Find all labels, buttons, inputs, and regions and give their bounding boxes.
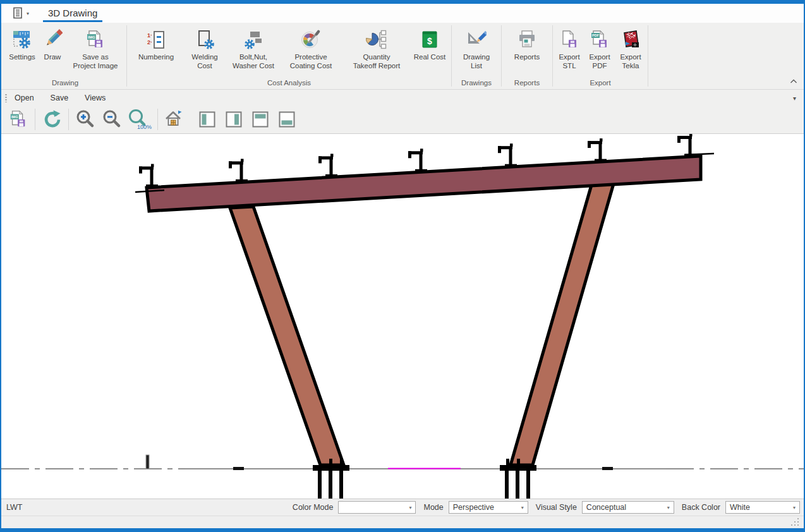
numbering-button[interactable]: 1· 2· Numbering bbox=[128, 26, 184, 61]
draw-button[interactable]: Draw bbox=[39, 26, 66, 61]
toolbar-area: Open Save Views ▾ IMG bbox=[1, 90, 804, 133]
export-tekla-button[interactable]: ExportTekla bbox=[615, 26, 646, 70]
toolbar-separator bbox=[157, 109, 158, 130]
back-color-field: Back Color White ▾ bbox=[682, 501, 800, 514]
document-menu-icon bbox=[11, 6, 25, 20]
toolbar-grip-handle[interactable] bbox=[5, 94, 7, 102]
menu-save[interactable]: Save bbox=[51, 94, 69, 102]
chevron-up-icon bbox=[790, 79, 797, 84]
welding-cost-button[interactable]: WeldingCost bbox=[184, 26, 226, 70]
refresh-view-button[interactable] bbox=[39, 107, 65, 131]
mode-select[interactable]: Perspective ▾ bbox=[449, 501, 528, 514]
ribbon-separator bbox=[552, 25, 553, 87]
back-color-label: Back Color bbox=[682, 503, 720, 512]
group-label-reports: Reports bbox=[503, 78, 551, 89]
reports-printer-icon bbox=[517, 27, 537, 52]
chevron-down-icon: ▾ bbox=[667, 505, 670, 511]
save-project-image-icon: IMG bbox=[8, 109, 28, 130]
toolbar-options-dropdown[interactable]: ▾ bbox=[793, 95, 796, 102]
ribbon-group-cost-analysis: 1· 2· Numbering bbox=[128, 23, 450, 89]
zoom-out-icon bbox=[102, 109, 122, 130]
zoom-out-button[interactable] bbox=[99, 107, 125, 131]
grid-tick-mark bbox=[146, 455, 149, 469]
purlin-cleat bbox=[588, 138, 607, 162]
menu-views[interactable]: Views bbox=[85, 94, 106, 102]
zoom-in-icon bbox=[75, 109, 95, 130]
svg-text:IMG: IMG bbox=[88, 35, 95, 39]
view-top-button[interactable] bbox=[247, 107, 274, 131]
view-left-icon bbox=[199, 111, 215, 128]
drawing-list-button[interactable]: DrawingList bbox=[453, 26, 500, 70]
back-color-select[interactable]: White ▾ bbox=[725, 501, 800, 514]
settings-button[interactable]: Settings bbox=[5, 26, 39, 61]
view-bottom-icon bbox=[279, 111, 295, 128]
chevron-down-icon: ▾ bbox=[27, 11, 29, 16]
window-border-bottom bbox=[0, 528, 805, 532]
view-bottom-button[interactable] bbox=[274, 107, 300, 131]
purlin-cleat bbox=[498, 143, 517, 167]
visual-style-field: Visual Style Conceptual ▾ bbox=[536, 501, 674, 514]
ribbon-group-drawings: DrawingList Drawings bbox=[453, 23, 500, 89]
purlin-cleat bbox=[229, 159, 248, 182]
home-icon bbox=[164, 109, 185, 130]
color-mode-select[interactable]: ▾ bbox=[338, 501, 416, 514]
zoom-in-button[interactable] bbox=[72, 107, 99, 131]
view-right-icon bbox=[226, 111, 242, 128]
drawing-canvas[interactable] bbox=[1, 133, 804, 499]
welding-cost-icon bbox=[195, 27, 215, 52]
export-stl-icon bbox=[560, 27, 579, 52]
export-pdf-button[interactable]: PDF ExportPDF bbox=[584, 26, 615, 70]
ribbon-separator bbox=[648, 25, 648, 87]
menu-toolbar: Open Save Views ▾ bbox=[1, 90, 804, 106]
collapse-ribbon-button[interactable] bbox=[790, 75, 797, 87]
export-pdf-icon: PDF bbox=[590, 27, 609, 52]
svg-text:PDF: PDF bbox=[592, 33, 600, 37]
tab-bar: ▾ 3D Drawing bbox=[1, 4, 804, 23]
real-cost-button[interactable]: $ Real Cost bbox=[409, 26, 450, 61]
group-label-export: Export bbox=[554, 78, 646, 89]
color-mode-label: Color Mode bbox=[293, 503, 334, 512]
visual-style-select[interactable]: Conceptual ▾ bbox=[582, 501, 674, 514]
svg-text:100%: 100% bbox=[137, 124, 152, 130]
save-as-project-image-button[interactable]: IMG Save asProject Image bbox=[66, 26, 125, 70]
view-left-button[interactable] bbox=[194, 107, 221, 131]
status-bar: LWT Color Mode ▾ Mode Perspective ▾ Visu… bbox=[1, 499, 804, 516]
view-right-button[interactable] bbox=[221, 107, 247, 131]
bolt-nut-washer-cost-button[interactable]: Bolt,Nut,Washer Cost bbox=[226, 26, 281, 70]
left-column[interactable] bbox=[230, 207, 344, 465]
ribbon-group-export: ExportSTL PDF Export bbox=[554, 23, 646, 89]
ribbon-separator bbox=[501, 25, 502, 87]
export-stl-button[interactable]: ExportSTL bbox=[554, 26, 584, 70]
purlin-cleat bbox=[677, 134, 696, 157]
icon-toolbar: IMG bbox=[1, 106, 804, 133]
ground-dash-mark-right bbox=[602, 467, 613, 470]
group-label-drawings: Drawings bbox=[453, 78, 500, 89]
menu-open[interactable]: Open bbox=[15, 94, 34, 102]
quantity-takeoff-report-button[interactable]: QuantityTakeoff Report bbox=[344, 26, 409, 70]
status-left-text: LWT bbox=[6, 503, 22, 512]
purlin-cleat bbox=[139, 164, 158, 188]
tab-3d-drawing[interactable]: 3D Drawing bbox=[43, 5, 102, 22]
svg-text:1·: 1· bbox=[147, 32, 152, 39]
zoom-100-button[interactable]: 100% bbox=[125, 107, 154, 131]
svg-text:2·: 2· bbox=[147, 39, 152, 45]
resize-grip[interactable] bbox=[797, 524, 799, 526]
mode-label: Mode bbox=[423, 503, 443, 512]
refresh-icon bbox=[42, 109, 62, 130]
protective-coating-cost-button[interactable]: ProtectiveCoating Cost bbox=[281, 26, 341, 70]
app-menu-button[interactable]: ▾ bbox=[11, 6, 29, 20]
zoom-100-icon: 100% bbox=[127, 109, 152, 130]
group-label-drawing: Drawing bbox=[5, 78, 125, 89]
draw-pencil-icon bbox=[42, 27, 63, 52]
bottom-strip bbox=[1, 516, 804, 528]
bolt-nut-washer-cost-icon bbox=[243, 27, 264, 52]
home-view-button[interactable] bbox=[161, 107, 188, 131]
toolbar-separator bbox=[35, 109, 35, 130]
save-image-button[interactable]: IMG bbox=[5, 107, 32, 131]
right-column[interactable] bbox=[511, 184, 614, 465]
app-window: ▾ 3D Drawing bbox=[0, 0, 805, 532]
ribbon-separator bbox=[451, 25, 452, 87]
ribbon: Settings bbox=[1, 23, 804, 89]
ribbon-separator bbox=[126, 25, 127, 87]
reports-button[interactable]: Reports bbox=[503, 26, 551, 61]
